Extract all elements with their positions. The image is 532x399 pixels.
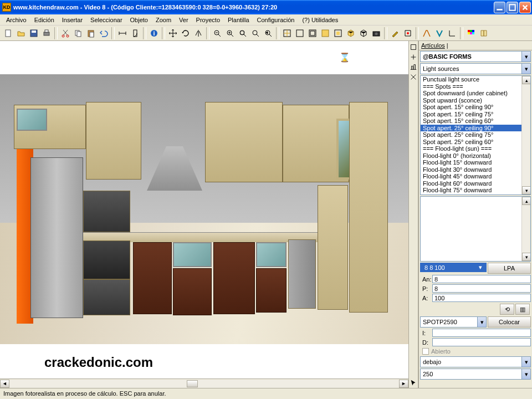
menu-objeto[interactable]: Objeto — [126, 16, 152, 24]
lpa-button[interactable]: LPA — [488, 263, 531, 274]
height-dropdown[interactable]: 250▾ — [420, 369, 531, 380]
list-item[interactable]: Spot upward (sconce) — [421, 97, 521, 104]
list-item[interactable]: Spot apert. 25° ceiling 75° — [421, 131, 521, 139]
zoom-in-icon[interactable] — [224, 27, 236, 39]
strip-pointer-icon[interactable] — [409, 378, 418, 387]
list-item[interactable]: Flood-light 60° downward — [421, 180, 521, 187]
menu-configuracion[interactable]: Configuración — [253, 16, 299, 24]
d-input[interactable] — [432, 338, 531, 346]
strip-tool4-icon[interactable] — [409, 73, 418, 81]
abierto-checkbox[interactable]: Abierto — [419, 347, 532, 356]
camera-icon[interactable] — [370, 27, 382, 39]
scroll-right-button[interactable]: ► — [399, 380, 408, 388]
view-elev2-icon[interactable] — [306, 27, 319, 39]
copy-icon[interactable] — [72, 27, 84, 39]
menu-utilidades[interactable]: (?) Utilidades — [298, 16, 342, 24]
position-dropdown[interactable]: debajo▾ — [420, 356, 531, 367]
an-input[interactable] — [432, 275, 531, 283]
cut-icon[interactable] — [59, 27, 71, 39]
list-item[interactable]: Spot apert. 25° ceiling 60° — [421, 139, 521, 146]
svg-text:i: i — [153, 30, 155, 37]
zoom-fit-icon[interactable] — [237, 27, 249, 39]
tool1-icon[interactable] — [389, 27, 401, 39]
move-icon[interactable] — [167, 27, 179, 39]
paste-icon[interactable] — [85, 27, 97, 39]
menu-archivo[interactable]: Archivo — [2, 16, 30, 24]
tool5-icon[interactable] — [446, 27, 458, 39]
svg-rect-23 — [296, 30, 303, 37]
zoom-prev-icon[interactable] — [262, 27, 274, 39]
menu-zoom[interactable]: Zoom — [152, 16, 175, 24]
preview-scrollbar[interactable]: ▴▾ — [521, 197, 530, 261]
menu-ver[interactable]: Ver — [175, 16, 192, 24]
new-icon[interactable] — [2, 27, 14, 39]
save-icon[interactable] — [28, 27, 40, 39]
view-plan-icon[interactable] — [281, 27, 293, 39]
strip-tool2-icon[interactable] — [409, 53, 418, 62]
i-input[interactable] — [432, 329, 531, 337]
horizontal-scrollbar[interactable]: ◄ ► — [0, 378, 408, 388]
info-icon[interactable]: i — [148, 27, 160, 39]
list-item[interactable]: Flood-light 15° downward — [421, 159, 521, 166]
minimize-button[interactable] — [494, 2, 505, 13]
svg-rect-19 — [241, 31, 244, 34]
menu-plantilla[interactable]: Plantilla — [224, 16, 253, 24]
listbox-scrollbar[interactable]: ▴▾ — [521, 76, 530, 195]
list-item[interactable]: Flood-light 75° downward — [421, 187, 521, 194]
hourglass-cursor-icon: ⌛ — [339, 52, 350, 63]
scroll-left-button[interactable]: ◄ — [0, 380, 9, 388]
list-item[interactable]: Spot apert. 15° ceiling 75° — [421, 111, 521, 118]
strip-tool3-icon[interactable] — [409, 63, 418, 71]
rotate-icon[interactable] — [180, 27, 192, 39]
zoom-window-icon[interactable] — [249, 27, 262, 39]
list-item[interactable]: Spot apert. 15° ceiling 90° — [421, 104, 521, 111]
view-elev4-icon[interactable] — [332, 27, 344, 39]
palette-icon[interactable] — [465, 27, 477, 39]
view-persp-icon[interactable] — [357, 27, 370, 39]
category-dropdown[interactable]: Light sources▾ — [420, 63, 531, 74]
viewport-3d[interactable]: ⌛ crackedonic.com — [0, 41, 408, 378]
list-item[interactable]: Punctual light source — [421, 76, 521, 83]
list-item[interactable]: Spot downward (under cabinet) — [421, 90, 521, 97]
view-3d-icon[interactable] — [345, 27, 357, 39]
menu-insertar[interactable]: Insertar — [58, 16, 86, 24]
catalog-dropdown[interactable]: @BASIC FORMS▾ — [420, 51, 531, 62]
mirror-icon[interactable] — [192, 27, 204, 39]
list-item[interactable]: === Spots === — [421, 83, 521, 90]
menu-proyecto[interactable]: Proyecto — [192, 16, 224, 24]
open-icon[interactable] — [15, 27, 27, 39]
code-dropdown[interactable]: SPOTP2590▾ — [420, 316, 487, 328]
list-item[interactable]: === Flood-light (sun) === — [421, 145, 521, 152]
refresh-button[interactable]: ⟲ — [500, 304, 514, 315]
chevron-down-icon: ▾ — [521, 64, 530, 74]
apply-dims-button[interactable]: ▥ — [515, 304, 530, 315]
list-item[interactable]: Flood-light 0° (horizontal) — [421, 152, 521, 160]
maximize-button[interactable] — [507, 2, 518, 13]
book-icon[interactable] — [478, 27, 490, 39]
strip-tool1-icon[interactable] — [409, 43, 418, 52]
view-elev1-icon[interactable] — [294, 27, 306, 39]
dimension-icon[interactable] — [116, 27, 129, 39]
tool2-icon[interactable] — [402, 27, 414, 39]
view-elev3-icon[interactable] — [319, 27, 331, 39]
a-label: A: — [420, 295, 432, 301]
list-item[interactable]: Spot apert. 15° ceiling 60° — [421, 117, 521, 125]
undo-icon[interactable] — [98, 27, 110, 39]
colocar-button[interactable]: Colocar — [488, 316, 531, 328]
tool3-icon[interactable] — [421, 27, 433, 39]
list-item[interactable]: Spot apert. 25° ceiling 90° — [421, 125, 521, 132]
list-item[interactable]: Flood-light 30° downward — [421, 166, 521, 173]
svg-rect-6 — [45, 30, 48, 32]
zoom-out-icon[interactable] — [211, 27, 223, 39]
article-listbox[interactable]: Punctual light source=== Spots ===Spot d… — [420, 75, 531, 195]
svg-rect-0 — [497, 9, 502, 11]
a-input[interactable] — [432, 294, 531, 302]
close-button[interactable] — [519, 2, 531, 13]
menu-seleccionar[interactable]: Seleccionar — [86, 16, 126, 24]
door-icon[interactable] — [129, 27, 141, 39]
p-input[interactable] — [432, 284, 531, 293]
tool4-icon[interactable] — [433, 27, 446, 39]
print-icon[interactable] — [40, 27, 53, 39]
menu-edicion[interactable]: Edición — [30, 16, 58, 24]
list-item[interactable]: Flood-light 45° downward — [421, 173, 521, 180]
